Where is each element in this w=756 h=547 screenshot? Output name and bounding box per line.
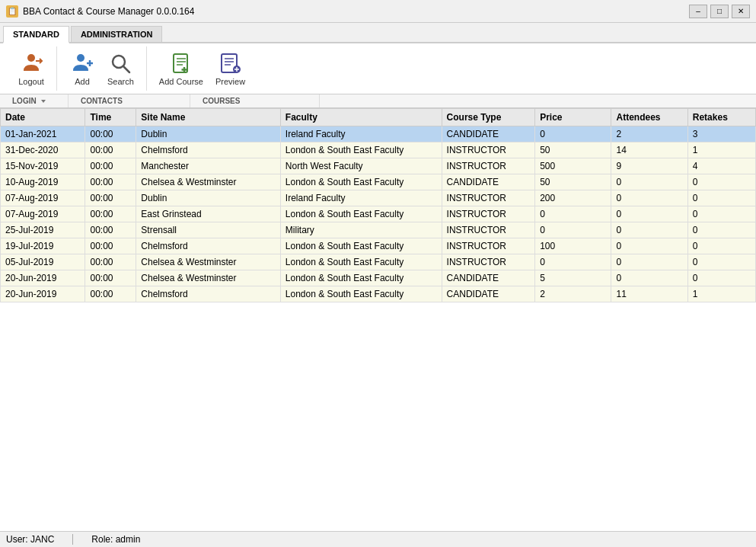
maximize-button[interactable]: □: [710, 5, 729, 18]
cell-time: 00:00: [85, 174, 136, 190]
cell-faculty: London & South East Faculty: [280, 142, 442, 158]
cell-attendees: 0: [611, 238, 687, 254]
cell-courseType: INSTRUCTOR: [442, 142, 535, 158]
cell-retakes: 0: [687, 174, 755, 190]
cell-courseType: INSTRUCTOR: [442, 222, 535, 238]
cell-faculty: London & South East Faculty: [280, 238, 442, 254]
window-controls: – □ ✕: [689, 5, 750, 18]
cell-retakes: 1: [687, 142, 755, 158]
cell-courseType: CANDIDATE: [442, 270, 535, 286]
cell-faculty: London & South East Faculty: [280, 174, 442, 190]
status-bar: User: JANC Role: admin: [0, 531, 756, 547]
add-label: Add: [75, 77, 90, 86]
cell-attendees: 2: [611, 126, 687, 142]
col-header-retakes[interactable]: Retakes: [687, 109, 755, 126]
cell-time: 00:00: [85, 286, 136, 302]
tab-administration[interactable]: ADMINISTRATION: [71, 26, 163, 42]
cell-date: 20-Jun-2019: [1, 286, 85, 302]
col-header-faculty[interactable]: Faculty: [280, 109, 442, 126]
cell-time: 00:00: [85, 206, 136, 222]
close-button[interactable]: ✕: [732, 5, 750, 18]
table-row[interactable]: 20-Jun-201900:00ChelmsfordLondon & South…: [1, 286, 756, 302]
cell-price: 500: [535, 158, 611, 174]
svg-point-0: [27, 54, 35, 62]
section-login: LOGIN: [0, 94, 69, 107]
cell-siteName: Chelmsford: [136, 142, 280, 158]
cell-attendees: 0: [611, 270, 687, 286]
course-table-container: Date Time Site Name Faculty Course Type …: [0, 108, 756, 531]
cell-siteName: Chelsea & Westminster: [136, 270, 280, 286]
svg-line-6: [123, 66, 129, 72]
cell-retakes: 4: [687, 158, 755, 174]
cell-faculty: Ireland Faculty: [280, 126, 442, 142]
table-row[interactable]: 31-Dec-202000:00ChelmsfordLondon & South…: [1, 142, 756, 158]
table-row[interactable]: 15-Nov-201900:00ManchesterNorth West Fac…: [1, 158, 756, 174]
app-icon: 📋: [6, 5, 18, 18]
col-header-time[interactable]: Time: [85, 109, 136, 126]
add-button[interactable]: Add: [63, 48, 101, 89]
tab-standard[interactable]: STANDARD: [3, 26, 69, 43]
cell-courseType: INSTRUCTOR: [442, 206, 535, 222]
cell-attendees: 9: [611, 158, 687, 174]
table-row[interactable]: 07-Aug-201900:00East GrinsteadLondon & S…: [1, 206, 756, 222]
col-header-price[interactable]: Price: [535, 109, 611, 126]
cell-faculty: North West Faculty: [280, 158, 442, 174]
cell-siteName: Manchester: [136, 158, 280, 174]
table-row[interactable]: 07-Aug-201900:00DublinIreland FacultyINS…: [1, 190, 756, 206]
cell-attendees: 0: [611, 222, 687, 238]
cell-date: 19-Jul-2019: [1, 238, 85, 254]
section-courses: COURSES: [190, 94, 320, 107]
cell-attendees: 0: [611, 254, 687, 270]
app-title: BBA Contact & Course Manager 0.0.0.164: [23, 6, 194, 17]
login-expand-icon: [40, 98, 47, 105]
cell-siteName: Chelsea & Westminster: [136, 254, 280, 270]
col-header-coursetype[interactable]: Course Type: [442, 109, 535, 126]
logout-button[interactable]: Logout: [12, 48, 50, 89]
cell-date: 07-Aug-2019: [1, 190, 85, 206]
cell-faculty: London & South East Faculty: [280, 270, 442, 286]
preview-button[interactable]: Preview: [209, 48, 251, 89]
cell-price: 0: [535, 254, 611, 270]
cell-price: 0: [535, 206, 611, 222]
cell-retakes: 0: [687, 222, 755, 238]
cell-time: 00:00: [85, 270, 136, 286]
table-row[interactable]: 05-Jul-201900:00Chelsea & WestminsterLon…: [1, 254, 756, 270]
svg-marker-20: [41, 100, 46, 103]
cell-price: 50: [535, 174, 611, 190]
cell-attendees: 0: [611, 190, 687, 206]
cell-retakes: 0: [687, 190, 755, 206]
section-bar: LOGIN CONTACTS COURSES: [0, 94, 756, 108]
cell-retakes: 3: [687, 126, 755, 142]
table-row[interactable]: 10-Aug-201900:00Chelsea & WestminsterLon…: [1, 174, 756, 190]
cell-time: 00:00: [85, 238, 136, 254]
cell-attendees: 14: [611, 142, 687, 158]
cell-courseType: INSTRUCTOR: [442, 254, 535, 270]
add-person-icon: [70, 51, 94, 75]
cell-siteName: East Grinstead: [136, 206, 280, 222]
col-header-sitename[interactable]: Site Name: [136, 109, 280, 126]
col-header-date[interactable]: Date: [1, 109, 85, 126]
cell-siteName: Dublin: [136, 190, 280, 206]
tab-strip: STANDARD ADMINISTRATION: [0, 23, 756, 43]
toolbar-group-courses: Add Course Preview: [147, 46, 257, 91]
cell-retakes: 0: [687, 206, 755, 222]
table-row[interactable]: 01-Jan-202100:00DublinIreland FacultyCAN…: [1, 126, 756, 142]
cell-faculty: London & South East Faculty: [280, 286, 442, 302]
minimize-button[interactable]: –: [689, 5, 707, 18]
cell-time: 00:00: [85, 158, 136, 174]
cell-courseType: CANDIDATE: [442, 174, 535, 190]
toolbar-group-contacts: Add Search: [57, 46, 147, 91]
cell-siteName: Chelmsford: [136, 286, 280, 302]
cell-time: 00:00: [85, 222, 136, 238]
table-row[interactable]: 25-Jul-201900:00StrensallMilitaryINSTRUC…: [1, 222, 756, 238]
add-course-button[interactable]: Add Course: [153, 48, 209, 89]
cell-courseType: INSTRUCTOR: [442, 238, 535, 254]
cell-courseType: INSTRUCTOR: [442, 158, 535, 174]
search-button[interactable]: Search: [101, 48, 140, 89]
table-row[interactable]: 20-Jun-201900:00Chelsea & WestminsterLon…: [1, 270, 756, 286]
table-row[interactable]: 19-Jul-201900:00ChelmsfordLondon & South…: [1, 238, 756, 254]
svg-point-2: [77, 54, 85, 62]
cell-retakes: 1: [687, 286, 755, 302]
col-header-attendees[interactable]: Attendees: [611, 109, 687, 126]
toolbar-group-login: Logout: [6, 46, 57, 91]
